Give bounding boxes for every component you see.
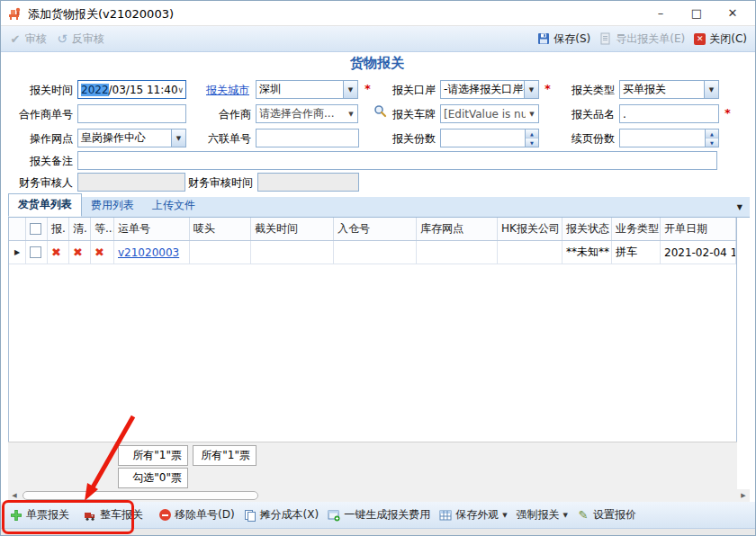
split-cost-label: 摊分成本(X)	[260, 507, 320, 523]
scroll-right-icon[interactable]: ▶	[737, 492, 750, 499]
split-cost-button[interactable]: 摊分成本(X)	[239, 505, 324, 525]
col-warehouse-no[interactable]: 入仓号	[334, 218, 417, 240]
waybill-link[interactable]: v21020003	[118, 246, 179, 259]
all-tickets-button-2[interactable]: 所有"1"票	[193, 445, 256, 466]
dropdown-icon[interactable]: ▼	[502, 512, 507, 519]
declare-city-required-mark: *	[364, 82, 371, 95]
table-row[interactable]: ▶ ✖ ✖ ✖ v21020003 **未知** 拼车 2021-02-04 1…	[9, 241, 736, 264]
spin-up-icon[interactable]: ▲	[526, 130, 538, 138]
col-declare[interactable]: 报.	[48, 218, 69, 240]
grid-header-row: 报. 清. 等... 运单号 唛头 截关时间 入仓号 库存网点 HK报关公司 报…	[9, 218, 736, 241]
scrollbar-thumb[interactable]	[22, 491, 258, 500]
remove-waybill-button[interactable]: 移除单号(D)	[155, 505, 239, 525]
close-button[interactable]: ✕	[715, 1, 751, 25]
mark-cell	[190, 241, 251, 264]
save-layout-button[interactable]: 保存外观 ▼	[435, 505, 511, 525]
op-branch-value: 皇岗操作中心	[78, 130, 171, 146]
remove-minus-icon	[159, 509, 171, 521]
warehouse-cell	[334, 241, 417, 264]
col-wait[interactable]: 等...	[91, 218, 114, 240]
checked-tickets-button[interactable]: 勾选"0"票	[118, 468, 188, 488]
col-open-date[interactable]: 开单日期	[661, 218, 736, 240]
spin-down-icon[interactable]: ▼	[706, 138, 718, 147]
dropdown-icon[interactable]: ▼	[526, 111, 538, 118]
chevron-down-icon[interactable]: ∨	[178, 85, 184, 94]
truck-icon	[84, 509, 96, 522]
col-cutoff-time[interactable]: 截关时间	[251, 218, 334, 240]
remove-waybill-label: 移除单号(D)	[175, 507, 235, 523]
tab-fee-list[interactable]: 费用列表	[82, 195, 143, 217]
col-hk-company[interactable]: HK报关公司	[498, 218, 562, 240]
export-doc-icon	[599, 32, 612, 45]
row-checkbox[interactable]	[30, 246, 41, 258]
dropdown-icon[interactable]: ▼	[345, 111, 357, 118]
dropdown-icon[interactable]: ▼	[563, 512, 568, 519]
dropdown-icon[interactable]: ▼	[343, 81, 357, 98]
extra-copies-spinner[interactable]: ▲▼	[619, 129, 719, 147]
six-no-input[interactable]	[256, 129, 359, 147]
declare-city-select[interactable]: 深圳 ▼	[256, 80, 358, 99]
declare-port-select[interactable]: -请选择报关口岸- ▼	[440, 80, 539, 99]
declare-goods-input[interactable]: .	[619, 104, 719, 123]
full-truck-declare-button[interactable]: 整车报关	[79, 505, 148, 525]
dropdown-icon[interactable]: ▼	[171, 130, 185, 147]
force-declare-button[interactable]: 强制报关 ▼	[512, 505, 572, 525]
col-stock-branch[interactable]: 库存网点	[417, 218, 498, 240]
waybill-cell: v21020003	[114, 241, 190, 264]
declare-time-input[interactable]: 2022/03/15 11:40 ∨	[77, 80, 186, 99]
set-quote-button[interactable]: ✎ 设置报价	[572, 505, 641, 525]
tab-overflow-dropdown-icon[interactable]: ▼	[737, 203, 750, 217]
declare-city-link[interactable]: 报关城市	[206, 83, 249, 98]
col-declare-status[interactable]: 报关状态	[562, 218, 612, 240]
extra-copies-label: 续页份数	[562, 131, 615, 147]
save-button[interactable]: 保存(S)	[533, 29, 595, 49]
close-form-button[interactable]: ✕ 关闭(C)	[689, 29, 752, 49]
declare-type-select[interactable]: 买单报关 ▼	[619, 80, 719, 99]
minimize-button[interactable]: –	[643, 1, 679, 25]
export-declaration-button[interactable]: 导出报关单(E)	[595, 29, 689, 49]
declare-port-value: -请选择报关口岸-	[441, 82, 524, 97]
select-all-checkbox-cell	[26, 218, 48, 240]
scroll-left-icon[interactable]: ◀	[8, 492, 21, 499]
generate-fee-button[interactable]: 一键生成报关费用	[323, 505, 435, 525]
single-ticket-declare-button[interactable]: 单票报关	[5, 505, 74, 525]
close-x-icon: ✕	[694, 33, 706, 45]
spin-up-icon[interactable]: ▲	[706, 130, 718, 138]
op-branch-select[interactable]: 皇岗操作中心 ▼	[77, 129, 186, 147]
partner-no-label: 合作商单号	[1, 107, 73, 122]
unaudit-button[interactable]: ↺ 反审核	[51, 29, 109, 49]
fin-auditor-input	[77, 173, 185, 192]
cutoff-cell	[251, 241, 334, 264]
select-all-checkbox[interactable]	[30, 223, 41, 235]
hk-company-cell	[498, 241, 562, 264]
close-form-label: 关闭(C)	[709, 31, 747, 47]
undo-icon: ↺	[56, 32, 68, 45]
row-marker-icon: ▶	[9, 241, 26, 264]
col-mark[interactable]: 唛头	[190, 218, 251, 240]
audit-button[interactable]: ✔ 审核	[4, 29, 51, 49]
export-label: 导出报关单(E)	[616, 31, 685, 47]
spin-down-icon[interactable]: ▼	[526, 138, 538, 147]
col-biz-type[interactable]: 业务类型	[612, 218, 661, 240]
full-truck-label: 整车报关	[100, 507, 143, 523]
dropdown-icon[interactable]: ▼	[704, 81, 718, 98]
save-label: 保存(S)	[554, 31, 590, 47]
remark-input[interactable]	[77, 151, 717, 170]
clear-x-cell: ✖	[69, 241, 91, 264]
col-waybill[interactable]: 运单号	[114, 218, 190, 240]
tab-invoice-list[interactable]: 发货单列表	[8, 193, 82, 217]
declare-plate-select[interactable]: [EditValue is null] ▼	[440, 104, 539, 123]
horizontal-scrollbar[interactable]: ◀ ▶	[8, 489, 750, 502]
dropdown-icon[interactable]: ▼	[524, 81, 538, 98]
declare-copies-spinner[interactable]: ▲▼	[440, 129, 539, 147]
declare-type-value: 买单报关	[620, 82, 704, 97]
tab-upload-files[interactable]: 上传文件	[143, 195, 204, 217]
col-clear[interactable]: 清.	[69, 218, 91, 240]
red-x-icon: ✖	[73, 246, 83, 259]
partner-no-input[interactable]	[77, 104, 186, 123]
all-tickets-button-1[interactable]: 所有"1"票	[118, 445, 188, 466]
partner-select[interactable]: 请选择合作商... ▼	[256, 104, 358, 123]
maximize-button[interactable]: □	[679, 1, 715, 25]
doc-plus-icon	[328, 509, 340, 522]
declare-time-rest-text: /03/15 11:40	[109, 84, 178, 96]
